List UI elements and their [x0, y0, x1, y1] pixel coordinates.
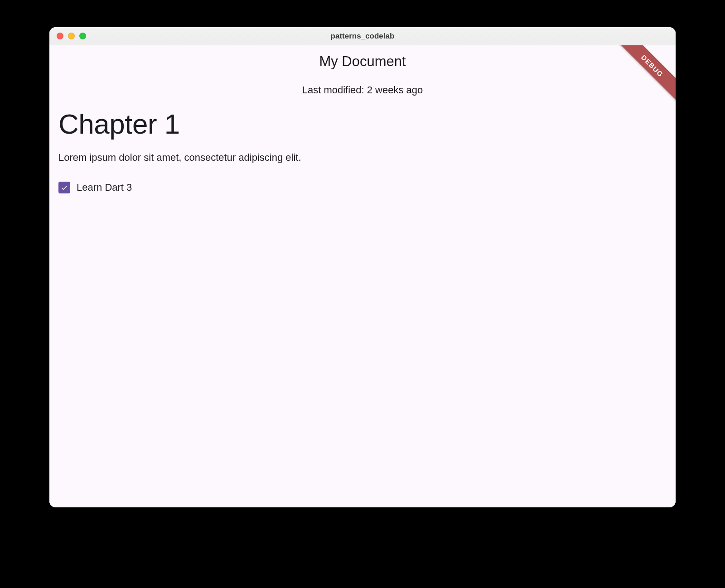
todo-checkbox[interactable] — [58, 182, 70, 193]
traffic-lights — [49, 33, 86, 39]
last-modified-label: Last modified: 2 weeks ago — [49, 84, 676, 96]
titlebar[interactable]: patterns_codelab — [49, 27, 676, 45]
todo-label: Learn Dart 3 — [77, 182, 132, 193]
minimize-button[interactable] — [68, 33, 75, 39]
check-icon — [60, 183, 68, 192]
close-button[interactable] — [57, 33, 63, 39]
body-paragraph: Lorem ipsum dolor sit amet, consectetur … — [58, 152, 667, 164]
maximize-button[interactable] — [79, 33, 86, 39]
todo-item: Learn Dart 3 — [58, 182, 667, 193]
content-area: Chapter 1 Lorem ipsum dolor sit amet, co… — [49, 96, 676, 193]
app-header: My Document Last modified: 2 weeks ago — [49, 45, 676, 96]
chapter-heading: Chapter 1 — [58, 108, 667, 140]
window-title: patterns_codelab — [49, 32, 676, 41]
app-body: My Document Last modified: 2 weeks ago C… — [49, 45, 676, 507]
app-window: patterns_codelab My Document Last modifi… — [49, 27, 676, 507]
page-title: My Document — [49, 53, 676, 70]
